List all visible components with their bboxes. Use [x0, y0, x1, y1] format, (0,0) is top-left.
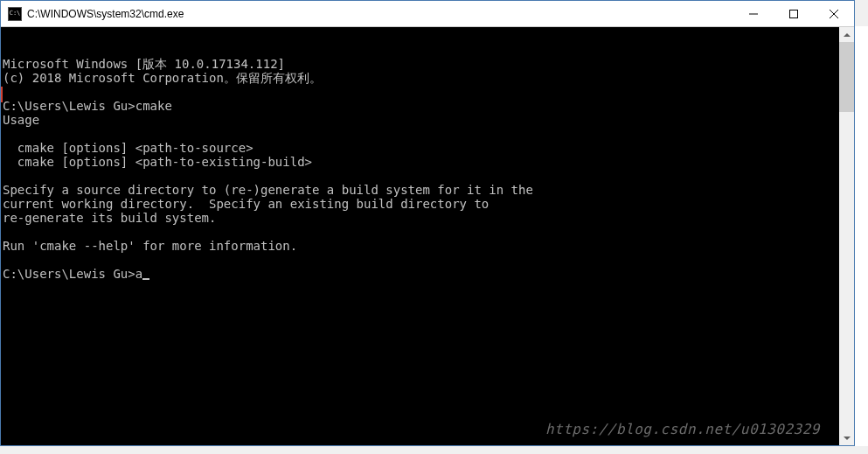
terminal-line: current working directory. Specify an ex…: [3, 197, 489, 211]
svg-marker-5: [844, 437, 851, 440]
prompt-prefix: C:\Users\Lewis Gu>: [3, 267, 135, 281]
terminal-line: Run 'cmake --help' for more information.: [3, 239, 297, 253]
cmd-window: C:\ C:\WINDOWS\system32\cmd.exe Microsof…: [0, 0, 855, 446]
terminal-line: cmake [options] <path-to-existing-build>: [3, 155, 312, 169]
cursor: [142, 278, 149, 280]
prompt-line: C:\Users\Lewis Gu>a: [3, 267, 149, 281]
scroll-down-button[interactable]: [839, 430, 854, 445]
terminal-line: Specify a source directory to (re-)gener…: [3, 183, 533, 197]
background-artifact: [855, 26, 868, 446]
terminal-line: Usage: [3, 113, 39, 127]
scroll-track[interactable]: [839, 42, 854, 430]
terminal-content[interactable]: Microsoft Windows [版本 10.0.17134.112] (c…: [1, 27, 839, 445]
titlebar[interactable]: C:\ C:\WINDOWS\system32\cmd.exe: [1, 1, 854, 27]
minimize-button[interactable]: [733, 1, 774, 26]
watermark: https://blog.csdn.net/u01302329: [545, 423, 820, 437]
close-button[interactable]: [814, 1, 854, 26]
svg-rect-1: [790, 10, 798, 17]
window-controls: [733, 1, 854, 26]
terminal-area: Microsoft Windows [版本 10.0.17134.112] (c…: [1, 27, 854, 445]
terminal-line: cmake [options] <path-to-source>: [3, 141, 253, 155]
scroll-up-button[interactable]: [839, 27, 854, 42]
vertical-scrollbar[interactable]: [839, 27, 854, 445]
cmd-icon: C:\: [8, 7, 22, 21]
terminal-line: re-generate its build system.: [3, 211, 216, 225]
svg-marker-4: [844, 33, 851, 37]
terminal-line: Microsoft Windows [版本 10.0.17134.112]: [3, 57, 285, 71]
terminal-line: (c) 2018 Microsoft Corporation。保留所有权利。: [3, 71, 322, 85]
window-title: C:\WINDOWS\system32\cmd.exe: [27, 8, 733, 20]
prompt-input: a: [135, 267, 142, 281]
scroll-thumb[interactable]: [839, 42, 854, 112]
margin-marker: [1, 87, 3, 102]
terminal-line: C:\Users\Lewis Gu>cmake: [3, 99, 172, 113]
maximize-button[interactable]: [774, 1, 814, 26]
